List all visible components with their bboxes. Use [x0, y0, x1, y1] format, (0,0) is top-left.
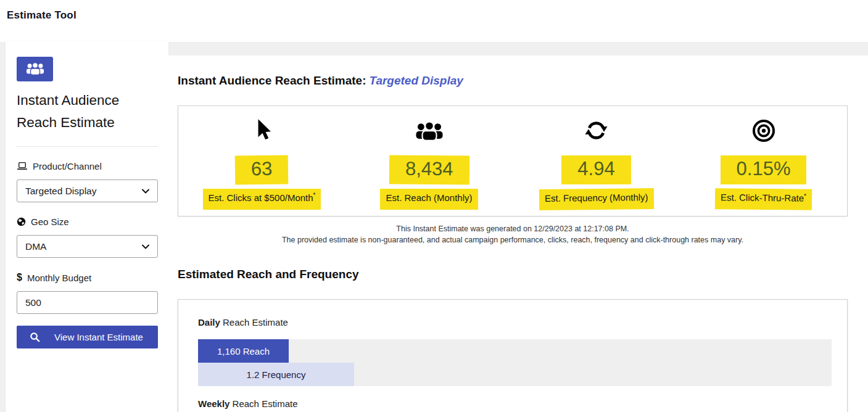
dollar-icon: $	[17, 272, 22, 283]
daily-reach-bar: 1,160 Reach	[198, 339, 289, 363]
weekly-reach-label-period: Weekly	[198, 398, 229, 409]
disclaimer-text: The provided estimate is non-guaranteed,…	[178, 234, 848, 245]
users-icon	[345, 119, 513, 150]
geo-size-label: Geo Size	[17, 216, 158, 227]
product-channel-label-text: Product/Channel	[33, 161, 102, 171]
cursor-icon	[178, 119, 345, 150]
estimate-form-panel: Instant Audience Reach Estimate Product/…	[6, 42, 168, 412]
product-channel-selected-value: Targeted Display	[25, 186, 96, 197]
monthly-budget-label-text: Monthly Budget	[27, 273, 91, 283]
target-icon	[680, 119, 847, 150]
geo-size-selected-value: DMA	[25, 241, 46, 252]
metric-value: 63	[235, 155, 289, 184]
daily-frequency-bar-row: 1.2 Frequency	[198, 363, 832, 386]
metric-value: 4.94	[561, 155, 630, 184]
page-title: Estimate Tool	[7, 9, 76, 22]
laptop-icon	[17, 162, 28, 171]
weekly-reach-label: Weekly Reach Estimate	[198, 398, 847, 409]
reach-frequency-section-title: Estimated Reach and Frequency	[178, 268, 359, 281]
estimate-heading-channel: Targeted Display	[369, 74, 463, 87]
metric-est-reach: 8,434 Est. Reach (Monthly)	[345, 106, 513, 216]
metric-est-frequency: 4.94 Est. Frequency (Monthly)	[513, 106, 680, 216]
geo-size-select[interactable]: DMA	[17, 235, 158, 258]
daily-reach-label-period: Daily	[198, 317, 220, 328]
metric-label: Est. Reach (Monthly)	[380, 189, 477, 210]
metric-label: Est. Clicks at $500/Month*	[203, 189, 321, 210]
globe-icon	[17, 217, 26, 226]
metric-label: Est. Click-Thru-Rate*	[715, 188, 812, 210]
metric-label-text: Est. Reach (Monthly)	[386, 192, 472, 203]
main-content: Instant Audience Reach Estimate:Targeted…	[168, 56, 868, 412]
search-icon	[30, 332, 40, 342]
metric-label-text: Est. Frequency (Monthly)	[545, 192, 648, 204]
metric-label-text: Est. Clicks at $500/Month	[209, 192, 313, 203]
panel-title: Instant Audience Reach Estimate	[17, 89, 158, 134]
sync-icon	[513, 119, 680, 150]
generated-timestamp: This Instant Estimate was generated on 1…	[178, 223, 848, 234]
monthly-budget-label: $ Monthly Budget	[17, 272, 158, 283]
daily-bar-track: 1,160 Reach 1.2 Frequency	[198, 339, 832, 386]
daily-reach-bar-row: 1,160 Reach	[198, 339, 832, 363]
daily-frequency-bar: 1.2 Frequency	[198, 363, 354, 386]
product-channel-select[interactable]: Targeted Display	[17, 179, 158, 202]
metric-label: Est. Frequency (Monthly)	[539, 188, 654, 210]
users-icon	[26, 62, 44, 76]
metric-label-sup: *	[313, 192, 316, 199]
daily-reach-label: Daily Reach Estimate	[198, 317, 847, 328]
metric-value: 0.15%	[721, 155, 807, 184]
metric-est-clicks: 63 Est. Clicks at $500/Month*	[178, 106, 345, 216]
metric-click-thru-rate: 0.15% Est. Click-Thru-Rate*	[680, 106, 847, 216]
chevron-down-icon	[142, 244, 149, 249]
chevron-down-icon	[142, 189, 149, 194]
geo-size-label-text: Geo Size	[31, 216, 69, 227]
metric-value: 8,434	[389, 155, 469, 184]
metric-label-sup: *	[804, 192, 806, 199]
metric-label-text: Est. Click-Thru-Rate	[721, 192, 804, 203]
daily-frequency-bar-label: 1.2 Frequency	[247, 369, 306, 380]
instant-estimate-stats-card: 63 Est. Clicks at $500/Month* 8,434 Est.…	[178, 105, 848, 216]
daily-reach-bar-label: 1,160 Reach	[217, 346, 270, 356]
reach-frequency-card: Daily Reach Estimate 1,160 Reach 1.2 Fre…	[178, 299, 848, 412]
monthly-budget-input[interactable]	[17, 291, 158, 314]
weekly-reach-label-suffix: Reach Estimate	[229, 398, 297, 409]
panel-icon-tile	[17, 57, 53, 81]
daily-reach-label-suffix: Reach Estimate	[220, 317, 288, 328]
estimate-heading-prefix: Instant Audience Reach Estimate:	[178, 74, 366, 87]
product-channel-label: Product/Channel	[17, 161, 158, 171]
view-instant-estimate-button[interactable]: View Instant Estimate	[17, 326, 158, 348]
divider	[17, 146, 158, 147]
estimate-heading: Instant Audience Reach Estimate:Targeted…	[178, 74, 463, 88]
estimate-notes: This Instant Estimate was generated on 1…	[178, 223, 848, 245]
view-instant-estimate-button-label: View Instant Estimate	[54, 332, 143, 342]
